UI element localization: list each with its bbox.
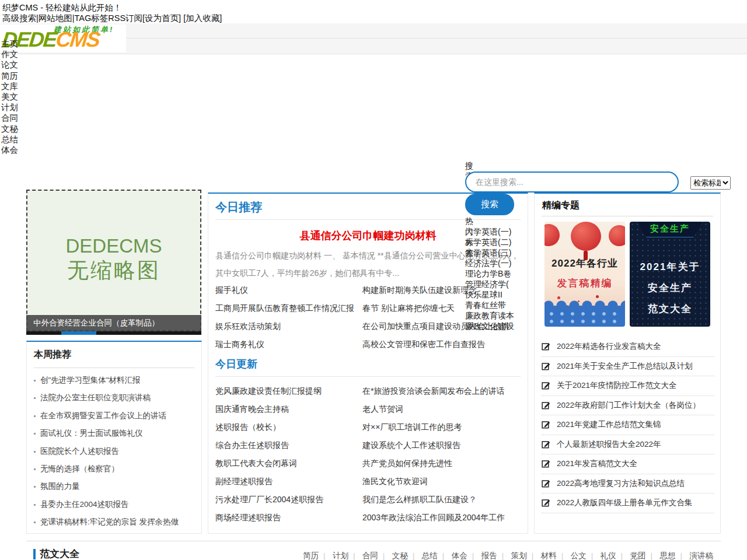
carousel-pagination[interactable] <box>26 331 201 335</box>
placeholder-text: 无缩略图 <box>27 256 200 285</box>
hot-tag[interactable]: 大学英语(一) <box>465 226 514 237</box>
topic-thumbnail-speeches[interactable]: 2022年各行业 发言稿精编 <box>544 222 625 327</box>
article-link[interactable]: 述职报告（校长） <box>215 418 323 436</box>
article-link[interactable]: 党风廉政建设责任制汇报提纲 <box>215 382 323 400</box>
nav-item-home[interactable]: 主页 <box>1 38 18 49</box>
hot-tag[interactable]: 理论力学B卷 <box>465 268 514 279</box>
nav-item-library[interactable]: 文库 <box>1 81 18 92</box>
nav-item-essay[interactable]: 作文 <box>1 49 18 60</box>
category-link[interactable]: 总结 <box>422 551 449 560</box>
main-nav: 主页 作文 论文 简历 文库 美文 计划 合同 文秘 总结 体会 <box>1 38 18 155</box>
today-updates-title: 今日更新 <box>215 357 257 371</box>
category-link[interactable]: 材料 <box>541 551 568 560</box>
topic-link[interactable]: 2021年党建工作总结范文集锦 <box>542 415 714 435</box>
article-link[interactable]: 共产党员如何保持先进性 <box>362 454 505 473</box>
hot-tag[interactable]: 管理经济学( <box>465 279 514 289</box>
article-link[interactable]: 县委办主任2004述职报告 <box>34 496 198 513</box>
article-link[interactable]: 法院办公室主任职位竞职演讲稿 <box>34 389 198 407</box>
category-link[interactable]: 文秘 <box>392 551 420 560</box>
featured-carousel[interactable]: DEDECMS 无缩略图 中外合资经营企业合同（皮革制品） <box>26 190 201 335</box>
article-link[interactable]: 老人节贺词 <box>362 400 505 418</box>
thumb1-line2: 发言稿精编 <box>544 276 625 290</box>
article-link[interactable]: 2003年政法综治工作回顾及2004年工作 <box>362 509 505 527</box>
thumb2-line3: 范文大全 <box>630 302 710 316</box>
edit-icon <box>542 420 550 429</box>
header-links[interactable]: 高级搜索|网站地图|TAG标签RSS订阅[设为首页] [加入收藏] <box>2 13 222 24</box>
category-link[interactable]: 思想 <box>660 551 687 560</box>
edit-icon <box>542 479 550 488</box>
nav-item-prose[interactable]: 美文 <box>1 92 18 102</box>
search-scope-select[interactable]: 检索标题 <box>690 176 731 190</box>
today-recommend-title: 今日推荐 <box>215 200 262 215</box>
article-link[interactable]: 面试礼仪：男士面试服饰礼仪 <box>34 425 198 442</box>
updates-links-right: 在*旅游投资洽谈会新闻发布会上的讲话 老人节贺词 对××厂职工培训工作的思考 建… <box>362 382 505 527</box>
hot-tag[interactable]: 大学英语(三) <box>465 247 514 258</box>
lantern-graphic <box>571 222 601 251</box>
search-input[interactable] <box>465 172 679 192</box>
article-link[interactable]: 教职工代表大会闭幕词 <box>215 454 323 473</box>
topics-title: 精编专题 <box>542 200 580 212</box>
nav-item-experience[interactable]: 体会 <box>1 145 18 155</box>
article-link[interactable]: 创"先进学习型集体"材料汇报 <box>34 372 198 389</box>
article-link[interactable]: 工商局开展队伍教育整顿工作情况汇报 <box>215 299 354 317</box>
article-link[interactable]: 副经理述职报告 <box>215 473 323 491</box>
hot-tag[interactable]: 廉政教育读本 <box>465 310 514 321</box>
article-link[interactable]: 党课讲稿材料:牢记党的宗旨 发挥余热做 <box>34 513 198 531</box>
article-link[interactable]: 握手礼仪 <box>215 281 354 299</box>
nav-item-secretary[interactable]: 文秘 <box>1 124 18 134</box>
dedecms-homepage: 织梦CMS - 轻松建站从此开始！ 高级搜索|网站地图|TAG标签RSS订阅[设… <box>0 0 747 560</box>
article-link[interactable]: 娱乐狂欢活动策划 <box>215 317 354 335</box>
category-link[interactable]: 计划 <box>333 551 360 560</box>
topic-link[interactable]: 2022人教版四年级上册各单元作文合集 <box>542 494 714 513</box>
nav-item-contract[interactable]: 合同 <box>1 113 18 123</box>
article-link[interactable]: 商场经理述职报告 <box>215 509 323 527</box>
category-link[interactable]: 报告 <box>481 551 509 560</box>
article-link[interactable]: 无悔的选择（检察官） <box>34 460 198 478</box>
nav-item-resume[interactable]: 简历 <box>1 71 18 81</box>
topic-link[interactable]: 2022年政府部门工作计划大全（各岗位） <box>542 396 714 416</box>
topic-link[interactable]: 2022年精选各行业发言稿大全 <box>542 337 714 357</box>
category-link[interactable]: 演讲稿 <box>690 551 714 560</box>
category-link[interactable]: 公文 <box>571 551 598 560</box>
lantern-graphic <box>544 224 560 246</box>
topic-link[interactable]: 个人最新述职报告大全2022年 <box>542 435 714 455</box>
category-link[interactable]: 党团 <box>630 551 658 560</box>
hot-tag[interactable]: 廉政文化建设 <box>465 321 514 331</box>
search-button[interactable]: 搜索 <box>465 194 514 215</box>
topic-link[interactable]: 2021年关于安全生产工作总结以及计划 <box>542 357 714 377</box>
category-link[interactable]: 简历 <box>303 551 330 560</box>
category-link[interactable]: 合同 <box>362 551 390 560</box>
edit-icon <box>542 459 550 468</box>
category-link[interactable]: 礼仪 <box>601 551 628 560</box>
hot-tag[interactable]: 大学英语(二) <box>465 237 514 247</box>
carousel-active-segment <box>61 331 96 335</box>
topic-link[interactable]: 2022高考地理复习方法和知识点总结 <box>542 474 714 494</box>
topic-link[interactable]: 关于2021年疫情防控工作范文大全 <box>542 376 714 396</box>
article-link[interactable]: 氛围的力量 <box>34 478 198 495</box>
category-link[interactable]: 体会 <box>452 551 479 560</box>
nav-item-plan[interactable]: 计划 <box>1 102 18 113</box>
carousel-caption[interactable]: 中外合资经营企业合同（皮革制品） <box>26 315 201 331</box>
topic-link-label: 2021年发言稿范文大全 <box>557 459 637 468</box>
site-logo[interactable]: 建站如此简单! DEDECMS <box>0 24 126 52</box>
article-link[interactable]: 我们是怎么样抓职工队伍建设？ <box>362 491 505 509</box>
article-link[interactable]: 建设系统个人工作述职报告 <box>362 436 505 454</box>
article-link[interactable]: 国庆通宵晚会主持稿 <box>215 400 323 418</box>
article-link[interactable]: 综合办主任述职报告 <box>215 436 323 454</box>
article-link[interactable]: 渔民文化节欢迎词 <box>362 473 505 491</box>
hot-tag[interactable]: 快乐星球II <box>465 289 514 300</box>
hot-tag[interactable]: 经济法学(一) <box>465 258 514 268</box>
article-link[interactable]: 在全市双拥暨安置工作会议上的讲话 <box>34 407 198 425</box>
article-link[interactable]: 瑞士商务礼仪 <box>215 335 354 354</box>
article-link[interactable]: 对××厂职工培训工作的思考 <box>362 418 505 436</box>
nav-item-thesis[interactable]: 论文 <box>1 60 18 70</box>
topic-link[interactable]: 2021年发言稿范文大全 <box>542 454 714 474</box>
article-link[interactable]: 高校公文管理和保密工作自查报告 <box>362 335 509 354</box>
hot-tag[interactable]: 青春红丝带 <box>465 300 514 310</box>
article-link[interactable]: 在*旅游投资洽谈会新闻发布会上的讲话 <box>362 382 505 400</box>
topic-thumbnail-safety[interactable]: 安全生产 2021年关于 安全生产 范文大全 <box>630 222 710 327</box>
article-link[interactable]: 污水处理厂厂长2004述职报告 <box>215 491 323 509</box>
article-link[interactable]: 医院院长个人述职报告 <box>34 443 198 460</box>
nav-item-summary[interactable]: 总结 <box>1 134 18 145</box>
category-link[interactable]: 策划 <box>511 551 539 560</box>
